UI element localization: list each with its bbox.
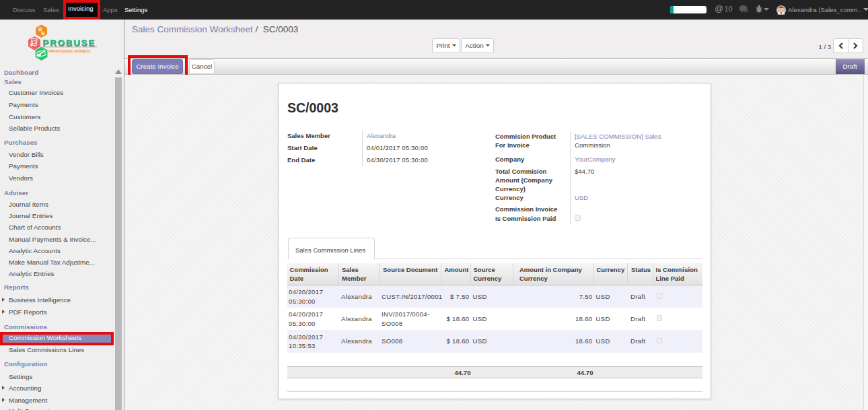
svg-text:PROBUSE: PROBUSE (42, 38, 96, 48)
svg-text:PROFESSIONAL BUSINESS: PROFESSIONAL BUSINESS (49, 50, 91, 53)
